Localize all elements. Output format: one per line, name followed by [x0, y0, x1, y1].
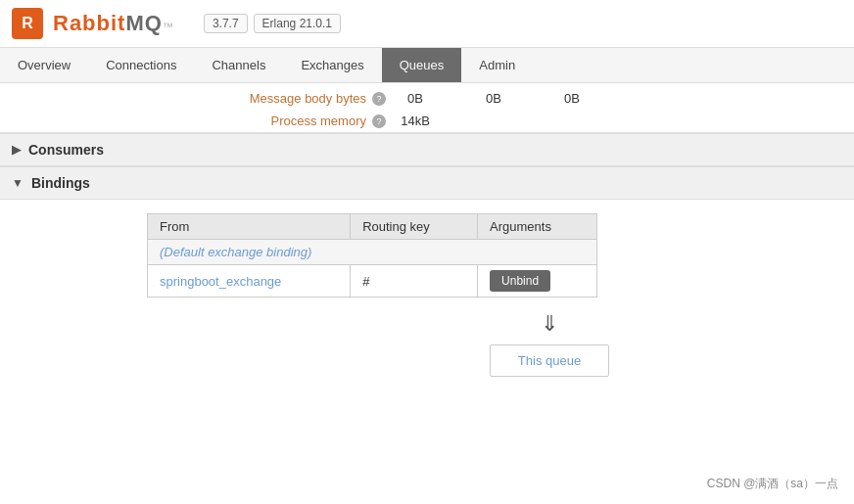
logo-area: R RabbitMQ™ 3.7.7 Erlang 21.0.1 — [12, 8, 341, 39]
bindings-section-header[interactable]: Bindings — [0, 166, 854, 200]
bindings-label: Bindings — [31, 175, 90, 191]
consumers-section-header[interactable]: Consumers — [0, 133, 854, 166]
process-memory-value: 14kB — [396, 114, 435, 128]
watermark: CSDN @满酒（sa）一点 — [707, 476, 838, 492]
process-memory-help-icon[interactable]: ? — [372, 115, 386, 128]
stats-section: Message body bytes ? 0B 0B 0B Process me… — [0, 83, 854, 133]
col-routing-key: Routing key — [351, 214, 478, 240]
consumers-arrow-icon — [12, 143, 21, 157]
message-body-bytes-row: Message body bytes ? 0B 0B 0B — [0, 87, 854, 110]
process-memory-label: Process memory — [0, 114, 372, 128]
nav-channels[interactable]: Channels — [194, 48, 283, 82]
rabbitmq-logo-icon: R — [12, 8, 43, 39]
message-body-bytes-v2: 0B — [474, 91, 513, 106]
version-badge: 3.7.7 — [204, 14, 248, 33]
bindings-content: From Routing key Arguments (Default exch… — [0, 200, 854, 390]
nav-bar: Overview Connections Channels Exchanges … — [0, 48, 854, 83]
table-row: springboot_exchange # Unbind — [148, 265, 597, 298]
nav-overview[interactable]: Overview — [0, 48, 88, 82]
version-badges: 3.7.7 Erlang 21.0.1 — [204, 14, 341, 33]
message-body-bytes-values: 0B 0B 0B — [396, 91, 592, 106]
bindings-arrow-icon — [12, 176, 24, 190]
flow-area: ⇓ This queue — [245, 311, 854, 377]
nav-exchanges[interactable]: Exchanges — [283, 48, 381, 82]
routing-key-cell: # — [351, 265, 478, 298]
main-content: Message body bytes ? 0B 0B 0B Process me… — [0, 83, 854, 390]
default-exchange-text: (Default exchange binding) — [148, 240, 597, 265]
nav-queues[interactable]: Queues — [382, 48, 462, 82]
exchange-name: springboot_exchange — [160, 274, 281, 289]
down-arrow-icon: ⇓ — [541, 311, 558, 337]
message-body-bytes-v1: 0B — [396, 91, 435, 106]
col-from: From — [148, 214, 351, 240]
process-memory-values: 14kB — [396, 114, 435, 128]
nav-admin[interactable]: Admin — [461, 48, 533, 82]
message-body-bytes-v3: 0B — [552, 91, 592, 106]
arguments-cell: Unbind — [478, 265, 597, 298]
consumers-label: Consumers — [28, 142, 104, 158]
erlang-badge: Erlang 21.0.1 — [254, 14, 341, 33]
rabbitmq-logo-text: RabbitMQ™ — [53, 11, 174, 36]
nav-connections[interactable]: Connections — [88, 48, 194, 82]
default-exchange-row: (Default exchange binding) — [148, 240, 597, 265]
message-body-bytes-label: Message body bytes — [0, 91, 372, 106]
header: R RabbitMQ™ 3.7.7 Erlang 21.0.1 — [0, 0, 854, 48]
col-arguments: Arguments — [478, 214, 597, 240]
process-memory-row: Process memory ? 14kB — [0, 110, 854, 132]
bindings-table: From Routing key Arguments (Default exch… — [147, 213, 597, 298]
queue-box: This queue — [490, 344, 609, 377]
unbind-button[interactable]: Unbind — [490, 270, 550, 292]
exchange-name-cell: springboot_exchange — [148, 265, 351, 298]
message-body-bytes-help-icon[interactable]: ? — [372, 92, 386, 106]
